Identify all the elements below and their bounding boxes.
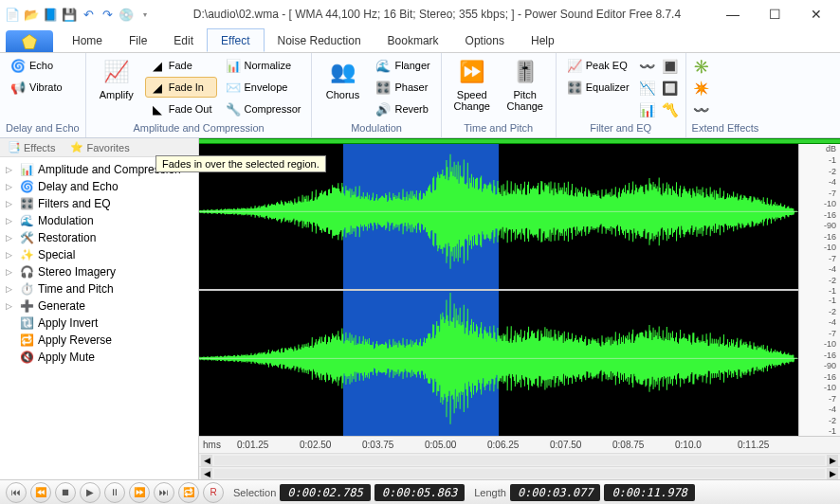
fade-button[interactable]: ◢Fade: [145, 55, 217, 76]
scroll-track[interactable]: [214, 456, 825, 465]
db-tick: -10: [803, 339, 836, 349]
peakeq-label: Peak EQ: [586, 60, 628, 71]
sidetab-effects[interactable]: 📑 Effects: [0, 138, 63, 156]
expand-icon: ▷: [6, 233, 15, 243]
transport-play-button[interactable]: ▶: [80, 482, 100, 503]
sidetab-favorites[interactable]: ⭐ Favorites: [63, 138, 137, 156]
zoom-track[interactable]: [214, 469, 825, 478]
expand-icon: ▷: [6, 267, 15, 277]
group-extend: ✳️ ✴️ 〰️ Extend Effects: [686, 53, 765, 137]
filter3-icon[interactable]: 📊: [638, 100, 657, 119]
save-alt-icon[interactable]: 📘: [42, 6, 59, 23]
time-ruler[interactable]: hms 0:01.250:02.500:03.750:05.000:06.250…: [199, 436, 840, 453]
tree-item[interactable]: ▷🌀Delay and Echo: [2, 178, 196, 195]
equalizer-button[interactable]: 🎛️Equalizer: [562, 77, 634, 98]
filter1-icon[interactable]: 〰️: [638, 57, 657, 76]
transport-start-button[interactable]: ⏮: [6, 482, 27, 503]
cd-icon[interactable]: 💿: [118, 6, 135, 23]
compressor-button[interactable]: 🔧Compressor: [221, 99, 306, 119]
tab-options[interactable]: Options: [452, 28, 518, 52]
tab-noise-reduction[interactable]: Noise Reduction: [265, 28, 374, 52]
normalize-button[interactable]: 📊Normalize: [221, 55, 306, 76]
tab-file[interactable]: File: [116, 28, 160, 52]
close-button[interactable]: ✕: [796, 2, 836, 27]
tree-item[interactable]: 🔃Apply Invert: [2, 315, 196, 332]
ext1-icon[interactable]: ✳️: [692, 57, 711, 76]
envelope-label: Envelope: [245, 81, 288, 93]
pitch-change-button[interactable]: 🎚️ Pitch Change: [501, 55, 550, 114]
zoom-in-icon[interactable]: ▶: [827, 468, 838, 479]
time-tick: 0:05.00: [425, 440, 456, 450]
filter5-icon[interactable]: 🔲: [661, 79, 680, 98]
tab-help[interactable]: Help: [518, 28, 568, 52]
redo-icon[interactable]: ↷: [99, 6, 116, 23]
expand-icon: ▷: [6, 182, 15, 191]
fadeout-label: Fade Out: [169, 103, 212, 115]
fadeout-button[interactable]: ◣Fade Out: [145, 99, 217, 119]
amplify-button[interactable]: 📈 Amplify: [92, 55, 141, 102]
sidetab-fav-label: Favorites: [86, 142, 129, 153]
open-icon[interactable]: 📂: [23, 6, 40, 23]
chorus-label: Chorus: [326, 89, 359, 100]
save-icon[interactable]: 💾: [61, 6, 78, 23]
fadein-icon: ◢: [150, 80, 165, 95]
tree-item[interactable]: ▷🌊Modulation: [2, 212, 196, 229]
ext3-icon[interactable]: 〰️: [692, 100, 711, 119]
time-tick: 0:02.50: [300, 440, 331, 450]
ext2-icon[interactable]: ✴️: [692, 79, 711, 98]
tree-item[interactable]: 🔁Apply Reverse: [2, 332, 196, 349]
tab-edit[interactable]: Edit: [160, 28, 207, 52]
tree-item[interactable]: ▷⏱️Time and Pitch: [2, 280, 196, 297]
selection-label: Selection: [233, 487, 276, 498]
tree-item[interactable]: ▷➕Generate: [2, 297, 196, 315]
db-header: dB: [799, 144, 840, 155]
tree-item[interactable]: ▷🛠️Restoration: [2, 229, 196, 246]
vibrato-button[interactable]: 📢Vibrato: [6, 77, 67, 98]
maximize-button[interactable]: ☐: [755, 2, 794, 27]
app-badge[interactable]: [6, 30, 53, 52]
transport-stop-button[interactable]: ⏹: [55, 482, 76, 503]
qat-dropdown-icon[interactable]: ▾: [137, 6, 154, 23]
reverb-button[interactable]: 🔊Reverb: [371, 99, 434, 119]
speed-change-button[interactable]: ⏩ Speed Change: [447, 55, 497, 114]
tree-item[interactable]: ▷🎛️Filters and EQ: [2, 195, 196, 212]
echo-button[interactable]: 🌀Echo: [6, 55, 67, 76]
db-tick: -16: [803, 372, 836, 382]
pitch-icon: 🎚️: [510, 57, 540, 87]
minimize-button[interactable]: —: [713, 2, 753, 27]
tab-effect[interactable]: Effect: [207, 28, 264, 52]
db-tick: -1: [803, 286, 836, 296]
db-scale: dB -1-2-4-7-10-16-90-16-10-7-4-2-1 -1-2-…: [798, 144, 840, 436]
tree-item[interactable]: ▷🎧Stereo Imagery: [2, 263, 196, 280]
new-icon[interactable]: 📄: [4, 6, 21, 23]
tab-home[interactable]: Home: [59, 28, 116, 52]
filter2-icon[interactable]: 📉: [638, 79, 657, 98]
chorus-button[interactable]: 👥 Chorus: [318, 55, 367, 102]
flanger-button[interactable]: 🌊Flanger: [371, 55, 434, 76]
zoom-bar[interactable]: ◀ ▶: [199, 466, 840, 479]
zoom-out-icon[interactable]: ◀: [201, 468, 212, 479]
tree-item[interactable]: ▷✨Special: [2, 246, 196, 263]
envelope-button[interactable]: ✉️Envelope: [221, 77, 306, 98]
transport-end-button[interactable]: ⏭: [154, 482, 174, 503]
phaser-button[interactable]: 🎛️Phaser: [371, 77, 434, 98]
transport-rewind-button[interactable]: ⏪: [30, 482, 51, 503]
undo-icon[interactable]: ↶: [80, 6, 97, 23]
h-scrollbar[interactable]: ◀ ▶: [199, 453, 840, 466]
tree-icon: 🛠️: [19, 230, 34, 245]
side-panel: 📑 Effects ⭐ Favorites ▷📊Amplitude and Co…: [0, 138, 199, 479]
transport-record-button[interactable]: R: [203, 482, 224, 503]
peak-eq-button[interactable]: 📈Peak EQ: [562, 55, 634, 76]
transport-forward-button[interactable]: ⏩: [129, 482, 150, 503]
scroll-left-icon[interactable]: ◀: [201, 455, 212, 466]
scroll-right-icon[interactable]: ▶: [827, 455, 838, 466]
transport-pause-button[interactable]: ⏸: [104, 482, 125, 503]
tree-item[interactable]: 🔇Apply Mute: [2, 349, 196, 366]
db-tick: -4: [803, 264, 836, 274]
fadein-button[interactable]: ◢Fade In: [145, 77, 217, 98]
transport-loop-button[interactable]: 🔁: [178, 482, 199, 503]
filter6-icon[interactable]: 〽️: [661, 100, 680, 119]
tab-bookmark[interactable]: Bookmark: [374, 28, 452, 52]
filter4-icon[interactable]: 🔳: [661, 57, 680, 76]
channel-right[interactable]: [199, 289, 798, 436]
